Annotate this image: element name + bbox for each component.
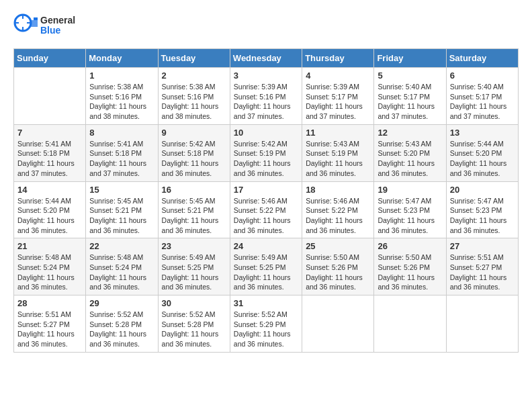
calendar-cell: 5Sunrise: 5:40 AMSunset: 5:17 PMDaylight…: [374, 68, 446, 125]
day-number: 31: [234, 298, 298, 308]
calendar-cell: [374, 295, 446, 353]
day-number: 25: [306, 241, 370, 251]
cell-info: Sunrise: 5:48 AMSunset: 5:24 PMDaylight:…: [17, 253, 82, 292]
calendar-cell: 6Sunrise: 5:40 AMSunset: 5:17 PMDaylight…: [446, 68, 518, 125]
day-number: 19: [378, 185, 442, 195]
calendar-cell: 2Sunrise: 5:38 AMSunset: 5:16 PMDaylight…: [158, 68, 230, 125]
cell-info: Sunrise: 5:44 AMSunset: 5:20 PMDaylight:…: [450, 139, 515, 179]
calendar-cell: [14, 68, 86, 125]
calendar-cell: 20Sunrise: 5:47 AMSunset: 5:23 PMDayligh…: [446, 181, 518, 238]
calendar-cell: 25Sunrise: 5:50 AMSunset: 5:26 PMDayligh…: [302, 238, 374, 295]
day-number: 10: [234, 128, 298, 138]
cell-info: Sunrise: 5:39 AMSunset: 5:17 PMDaylight:…: [306, 82, 370, 122]
day-number: 6: [450, 71, 515, 81]
day-number: 28: [17, 298, 82, 308]
cell-info: Sunrise: 5:48 AMSunset: 5:24 PMDaylight:…: [89, 253, 154, 292]
day-number: 21: [17, 241, 82, 251]
header-cell-tuesday: Tuesday: [158, 49, 230, 68]
calendar-cell: 14Sunrise: 5:44 AMSunset: 5:20 PMDayligh…: [14, 181, 86, 238]
logo-svg: [13, 13, 38, 38]
day-number: 18: [306, 185, 370, 195]
day-number: 9: [162, 128, 226, 138]
calendar-cell: 29Sunrise: 5:52 AMSunset: 5:28 PMDayligh…: [86, 295, 158, 353]
header-cell-sunday: Sunday: [14, 49, 86, 68]
calendar-cell: 30Sunrise: 5:52 AMSunset: 5:28 PMDayligh…: [158, 295, 230, 353]
calendar-cell: 27Sunrise: 5:51 AMSunset: 5:27 PMDayligh…: [446, 238, 518, 295]
day-number: 17: [234, 185, 298, 195]
calendar-cell: [302, 295, 374, 353]
week-row-3: 14Sunrise: 5:44 AMSunset: 5:20 PMDayligh…: [14, 181, 519, 238]
calendar-cell: 10Sunrise: 5:42 AMSunset: 5:19 PMDayligh…: [230, 124, 302, 181]
cell-info: Sunrise: 5:52 AMSunset: 5:28 PMDaylight:…: [162, 310, 226, 349]
cell-info: Sunrise: 5:45 AMSunset: 5:21 PMDaylight:…: [89, 196, 154, 236]
day-number: 2: [162, 71, 226, 81]
day-number: 27: [450, 241, 515, 251]
svg-marker-5: [31, 20, 38, 27]
calendar-header: SundayMondayTuesdayWednesdayThursdayFrid…: [14, 49, 519, 68]
cell-info: Sunrise: 5:47 AMSunset: 5:23 PMDaylight:…: [450, 196, 515, 236]
calendar-cell: 9Sunrise: 5:42 AMSunset: 5:18 PMDaylight…: [158, 124, 230, 181]
header-cell-saturday: Saturday: [446, 49, 518, 68]
page-header: General Blue: [13, 13, 519, 38]
day-number: 8: [89, 128, 154, 138]
day-number: 15: [89, 185, 154, 195]
cell-info: Sunrise: 5:42 AMSunset: 5:19 PMDaylight:…: [234, 139, 298, 179]
cell-info: Sunrise: 5:49 AMSunset: 5:25 PMDaylight:…: [162, 253, 226, 292]
cell-info: Sunrise: 5:43 AMSunset: 5:20 PMDaylight:…: [378, 139, 442, 179]
day-number: 4: [306, 71, 370, 81]
week-row-2: 7Sunrise: 5:41 AMSunset: 5:18 PMDaylight…: [14, 124, 519, 181]
day-number: 20: [450, 185, 515, 195]
cell-info: Sunrise: 5:40 AMSunset: 5:17 PMDaylight:…: [378, 82, 442, 122]
day-number: 30: [162, 298, 226, 308]
header-row: SundayMondayTuesdayWednesdayThursdayFrid…: [14, 49, 519, 68]
cell-info: Sunrise: 5:44 AMSunset: 5:20 PMDaylight:…: [17, 196, 82, 236]
cell-info: Sunrise: 5:39 AMSunset: 5:16 PMDaylight:…: [234, 82, 298, 122]
header-cell-monday: Monday: [86, 49, 158, 68]
calendar-cell: 16Sunrise: 5:45 AMSunset: 5:21 PMDayligh…: [158, 181, 230, 238]
cell-info: Sunrise: 5:41 AMSunset: 5:18 PMDaylight:…: [89, 139, 154, 179]
cell-info: Sunrise: 5:43 AMSunset: 5:19 PMDaylight:…: [306, 139, 370, 179]
day-number: 5: [378, 71, 442, 81]
calendar-cell: 15Sunrise: 5:45 AMSunset: 5:21 PMDayligh…: [86, 181, 158, 238]
day-number: 29: [89, 298, 154, 308]
calendar-cell: 1Sunrise: 5:38 AMSunset: 5:16 PMDaylight…: [86, 68, 158, 125]
cell-info: Sunrise: 5:42 AMSunset: 5:18 PMDaylight:…: [162, 139, 226, 179]
day-number: 7: [17, 128, 82, 138]
calendar-body: 1Sunrise: 5:38 AMSunset: 5:16 PMDaylight…: [14, 68, 519, 353]
day-number: 24: [234, 241, 298, 251]
week-row-1: 1Sunrise: 5:38 AMSunset: 5:16 PMDaylight…: [14, 68, 519, 125]
calendar-cell: 3Sunrise: 5:39 AMSunset: 5:16 PMDaylight…: [230, 68, 302, 125]
cell-info: Sunrise: 5:52 AMSunset: 5:28 PMDaylight:…: [89, 310, 154, 349]
logo-text: General Blue: [40, 15, 75, 36]
day-number: 12: [378, 128, 442, 138]
header-cell-wednesday: Wednesday: [230, 49, 302, 68]
header-cell-thursday: Thursday: [302, 49, 374, 68]
calendar-table: SundayMondayTuesdayWednesdayThursdayFrid…: [13, 48, 519, 353]
calendar-cell: 8Sunrise: 5:41 AMSunset: 5:18 PMDaylight…: [86, 124, 158, 181]
day-number: 3: [234, 71, 298, 81]
day-number: 13: [450, 128, 515, 138]
calendar-cell: 13Sunrise: 5:44 AMSunset: 5:20 PMDayligh…: [446, 124, 518, 181]
cell-info: Sunrise: 5:50 AMSunset: 5:26 PMDaylight:…: [306, 253, 370, 292]
svg-marker-6: [34, 17, 38, 20]
header-cell-friday: Friday: [374, 49, 446, 68]
logo: General Blue: [13, 13, 75, 38]
calendar-cell: 19Sunrise: 5:47 AMSunset: 5:23 PMDayligh…: [374, 181, 446, 238]
day-number: 26: [378, 241, 442, 251]
calendar-cell: 12Sunrise: 5:43 AMSunset: 5:20 PMDayligh…: [374, 124, 446, 181]
calendar-cell: 18Sunrise: 5:46 AMSunset: 5:22 PMDayligh…: [302, 181, 374, 238]
calendar-cell: [446, 295, 518, 353]
logo-graphic: [13, 13, 38, 38]
week-row-4: 21Sunrise: 5:48 AMSunset: 5:24 PMDayligh…: [14, 238, 519, 295]
cell-info: Sunrise: 5:51 AMSunset: 5:27 PMDaylight:…: [450, 253, 515, 292]
cell-info: Sunrise: 5:50 AMSunset: 5:26 PMDaylight:…: [378, 253, 442, 292]
logo-container: General Blue: [13, 13, 75, 38]
cell-info: Sunrise: 5:40 AMSunset: 5:17 PMDaylight:…: [450, 82, 515, 122]
day-number: 23: [162, 241, 226, 251]
cell-info: Sunrise: 5:38 AMSunset: 5:16 PMDaylight:…: [162, 82, 226, 122]
cell-info: Sunrise: 5:47 AMSunset: 5:23 PMDaylight:…: [378, 196, 442, 236]
calendar-cell: 7Sunrise: 5:41 AMSunset: 5:18 PMDaylight…: [14, 124, 86, 181]
cell-info: Sunrise: 5:38 AMSunset: 5:16 PMDaylight:…: [89, 82, 154, 122]
calendar-cell: 24Sunrise: 5:49 AMSunset: 5:25 PMDayligh…: [230, 238, 302, 295]
logo-general: General: [40, 15, 75, 26]
